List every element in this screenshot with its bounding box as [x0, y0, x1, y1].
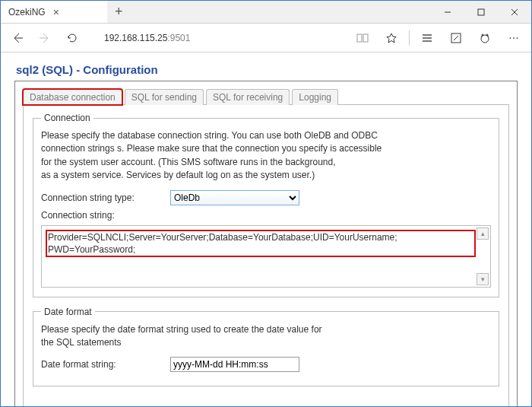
share-icon[interactable]	[473, 27, 496, 49]
conn-type-select[interactable]: OleDb	[170, 190, 299, 205]
new-tab-button[interactable]: +	[107, 1, 131, 23]
back-button[interactable]	[7, 27, 28, 49]
note-icon[interactable]	[445, 27, 467, 49]
dateformat-legend: Date format	[41, 307, 95, 317]
maximize-button[interactable]	[464, 1, 498, 23]
dateformat-input[interactable]	[170, 357, 299, 372]
refresh-button[interactable]	[62, 27, 83, 49]
dateformat-row: Date format string:	[41, 357, 491, 372]
conn-type-label: Connection string type:	[41, 192, 163, 203]
connection-legend: Connection	[41, 113, 93, 123]
address-host: 192.168.115.25	[104, 33, 167, 43]
tab-database-connection[interactable]: Database connection	[23, 89, 122, 105]
svg-rect-1	[478, 9, 484, 15]
tab-sql-receiving[interactable]: SQL for receiving	[206, 89, 290, 105]
favorite-icon[interactable]	[380, 27, 403, 49]
browser-tab-title: OzekiNG	[8, 7, 46, 17]
reading-view-icon[interactable]	[351, 27, 374, 49]
address-bar[interactable]: 192.168.115.25:9501	[89, 33, 345, 43]
close-window-button[interactable]	[498, 1, 531, 23]
scroll-up-icon[interactable]: ▴	[477, 227, 489, 240]
minimize-button[interactable]	[431, 1, 464, 23]
page-title: sql2 (SQL) - Configuration	[14, 60, 518, 81]
dateformat-group: Date format Please specify the date form…	[33, 307, 499, 387]
conn-string-value: Provider=SQLNCLI;Server=YourServer;Datab…	[46, 231, 475, 256]
tab-strip: Database connection SQL for sending SQL …	[23, 89, 509, 105]
tab-sql-sending[interactable]: SQL for sending	[125, 89, 204, 105]
conn-string-label: Connection string:	[41, 210, 163, 221]
browser-tab[interactable]: OzekiNG ×	[1, 1, 107, 23]
more-icon[interactable]: ···	[502, 27, 525, 49]
dateformat-label: Date format string:	[41, 359, 163, 370]
dateformat-description: Please specify the date format string us…	[41, 323, 491, 350]
conn-string-box[interactable]: Provider=SQLNCLI;Server=YourServer;Datab…	[41, 225, 491, 288]
scroll-down-icon[interactable]: ▾	[477, 273, 489, 285]
tab-logging[interactable]: Logging	[292, 89, 338, 105]
address-port: :9501	[167, 33, 190, 43]
close-tab-icon[interactable]: ×	[53, 6, 59, 18]
hub-icon[interactable]	[416, 27, 439, 49]
connection-group: Connection Please specify the database c…	[33, 113, 499, 297]
config-panel: Database connection SQL for sending SQL …	[14, 81, 518, 407]
forward-button[interactable]	[34, 27, 55, 49]
tab-body: Connection Please specify the database c…	[23, 104, 509, 407]
connection-description: Please specify the database connection s…	[41, 129, 491, 183]
svg-rect-6	[357, 34, 362, 42]
conn-string-label-row: Connection string:	[41, 210, 491, 221]
svg-rect-7	[363, 34, 368, 42]
conn-type-row: Connection string type: OleDb	[41, 190, 491, 205]
browser-navbar: 192.168.115.25:9501 ···	[1, 24, 531, 52]
browser-titlebar: OzekiNG × +	[1, 1, 531, 24]
page-content: sql2 (SQL) - Configuration Database conn…	[1, 52, 531, 407]
